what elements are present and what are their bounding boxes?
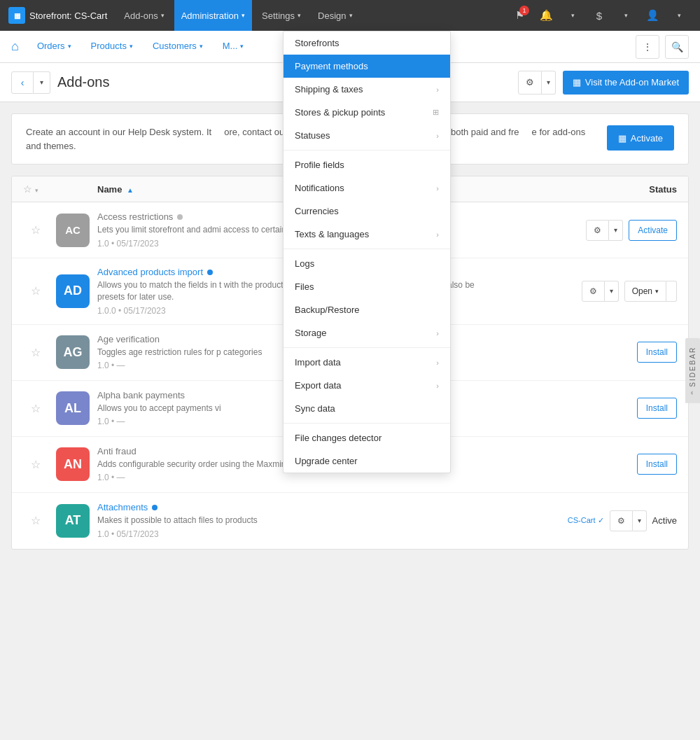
chevron-right-icon: › <box>436 230 439 239</box>
star-cell: ☆ <box>23 458 48 471</box>
row-gear-button[interactable]: ⚙ <box>582 281 605 302</box>
menu-item-files[interactable]: Files <box>284 275 450 298</box>
sort-icon: ☆ <box>23 183 32 195</box>
menu-item-backup-restore[interactable]: Backup/Restore <box>284 298 450 321</box>
icon-cell: AD <box>48 274 97 308</box>
nav-item-administration[interactable]: Administration ▾ <box>174 0 252 31</box>
chevron-right-icon: › <box>436 132 439 140</box>
nav-item-addons[interactable]: Add-ons ▾ <box>117 0 171 31</box>
sidebar-tab[interactable]: ‹ SIDEBAR <box>685 337 700 403</box>
menu-item-storefronts[interactable]: Storefronts <box>284 32 450 55</box>
gear-dropdown-group: ⚙ ▾ <box>518 71 556 95</box>
notification-badge: 1 <box>519 6 529 15</box>
star-column-header: ☆ ▾ <box>23 183 48 195</box>
row-gear-button[interactable]: ⚙ <box>610 510 633 531</box>
icon-cell: AL <box>48 391 97 425</box>
menu-item-stores-pickup[interactable]: Stores & pickup points ⊞ <box>284 101 450 124</box>
user-icon-btn[interactable]: 👤 <box>640 3 665 28</box>
gear-caret-button[interactable]: ▾ <box>542 71 556 95</box>
gear-icon: ⚙ <box>526 77 534 88</box>
addon-name-label[interactable]: Attachments <box>97 502 498 512</box>
status-cell: ⚙ ▾ Activate <box>509 220 677 241</box>
more-options-button[interactable]: ⋮ <box>636 35 659 59</box>
nav-products[interactable]: Products ▾ <box>81 31 143 63</box>
row-gear-caret[interactable]: ▾ <box>633 510 647 531</box>
favorite-star-icon[interactable]: ☆ <box>31 223 41 237</box>
info-cell: Attachments Makes it possible to attach … <box>97 502 509 539</box>
addon-install-button[interactable]: Install <box>637 398 677 419</box>
chevron-down-icon: ▾ <box>161 12 164 19</box>
visit-market-button[interactable]: ▦ Visit the Add-on Market <box>563 71 689 95</box>
favorite-star-icon[interactable]: ☆ <box>31 402 41 415</box>
menu-item-import-data[interactable]: Import data › <box>284 351 450 374</box>
menu-item-logs[interactable]: Logs <box>284 252 450 275</box>
chevron-down-icon: ▾ <box>240 43 244 50</box>
menu-divider <box>284 249 450 249</box>
notifications-icon-btn[interactable]: ⚑ 1 <box>507 3 532 28</box>
currency-icon-btn[interactable]: $ <box>587 3 612 28</box>
bell-caret[interactable]: ▾ <box>560 3 585 28</box>
addon-open-caret[interactable] <box>666 281 677 302</box>
star-cell: ☆ <box>23 223 48 237</box>
menu-item-upgrade-center[interactable]: Upgrade center <box>284 449 450 473</box>
chevron-down-icon: ▾ <box>200 43 203 50</box>
row-gear-caret[interactable]: ▾ <box>605 281 619 302</box>
menu-item-payment-methods[interactable]: Payment methods <box>284 55 450 78</box>
back-button[interactable]: ‹ <box>11 71 34 94</box>
search-button[interactable]: 🔍 <box>665 35 689 59</box>
menu-item-profile-fields[interactable]: Profile fields <box>284 153 450 176</box>
chevron-right-icon: › <box>436 329 439 337</box>
nav-item-design[interactable]: Design ▾ <box>311 0 359 31</box>
nav-item-settings[interactable]: Settings ▾ <box>255 0 308 31</box>
row-gear-caret[interactable]: ▾ <box>609 220 623 241</box>
menu-item-statuses[interactable]: Statuses › <box>284 124 450 147</box>
second-nav-right: ⋮ 🔍 <box>636 35 689 59</box>
row-gear-button[interactable]: ⚙ <box>586 220 609 241</box>
user-caret[interactable]: ▾ <box>666 3 692 28</box>
addon-install-button[interactable]: Install <box>637 454 677 475</box>
vendor-badge: CS-Cart ✓ <box>568 516 604 525</box>
icon-cell: AT <box>48 504 97 538</box>
bell-icon-btn[interactable]: 🔔 <box>533 3 559 28</box>
menu-item-currencies[interactable]: Currencies <box>284 200 450 223</box>
favorite-star-icon[interactable]: ☆ <box>31 514 41 527</box>
logo-icon: ▦ <box>8 7 25 24</box>
status-dot <box>152 505 158 510</box>
favorite-star-icon[interactable]: ☆ <box>31 458 41 471</box>
chevron-right-icon: › <box>436 358 439 367</box>
icon-cell: AC <box>48 214 97 247</box>
currency-caret[interactable]: ▾ <box>613 3 638 28</box>
top-navigation: ▦ Storefront: CS-Cart Add-ons ▾ Administ… <box>0 0 700 31</box>
chevron-down-icon: ▾ <box>349 12 353 19</box>
addon-open-button[interactable]: Open ▾ <box>624 281 666 302</box>
nav-customers[interactable]: Customers ▾ <box>143 31 213 63</box>
chevron-right-icon: › <box>436 382 439 390</box>
favorite-star-icon[interactable]: ☆ <box>31 284 41 298</box>
gear-button[interactable]: ⚙ <box>518 71 542 95</box>
addon-meta: 1.0 • — <box>97 473 498 482</box>
menu-item-shipping-taxes[interactable]: Shipping & taxes › <box>284 78 450 101</box>
logo[interactable]: ▦ Storefront: CS-Cart <box>8 7 107 24</box>
chevron-right-icon: › <box>436 184 439 193</box>
addon-icon-ac: AC <box>56 214 90 247</box>
back-dropdown-button[interactable]: ▾ <box>34 71 50 94</box>
administration-dropdown-menu: Storefronts Payment methods Shipping & t… <box>283 31 451 473</box>
nav-more[interactable]: M... ▾ <box>213 31 254 63</box>
menu-item-texts-languages[interactable]: Texts & languages › <box>284 223 450 246</box>
menu-item-notifications[interactable]: Notifications › <box>284 176 450 200</box>
row-gear-group: ⚙ ▾ <box>586 220 623 241</box>
favorite-star-icon[interactable]: ☆ <box>31 346 41 359</box>
icon-cell: AG <box>48 335 97 369</box>
menu-item-export-data[interactable]: Export data › <box>284 374 450 397</box>
addon-activate-button[interactable]: Activate <box>629 220 677 241</box>
menu-item-storage[interactable]: Storage › <box>284 321 450 344</box>
menu-item-file-changes-detector[interactable]: File changes detector <box>284 426 450 449</box>
nav-orders[interactable]: Orders ▾ <box>27 31 81 63</box>
activate-help-desk-button[interactable]: ▦ Activate <box>607 125 674 151</box>
menu-divider <box>284 423 450 424</box>
addon-install-button[interactable]: Install <box>637 342 677 363</box>
menu-item-sync-data[interactable]: Sync data <box>284 397 450 420</box>
row-gear-group: ⚙ ▾ <box>610 510 647 531</box>
home-button[interactable]: ⌂ <box>11 39 19 54</box>
activate-icon: ▦ <box>618 133 626 144</box>
